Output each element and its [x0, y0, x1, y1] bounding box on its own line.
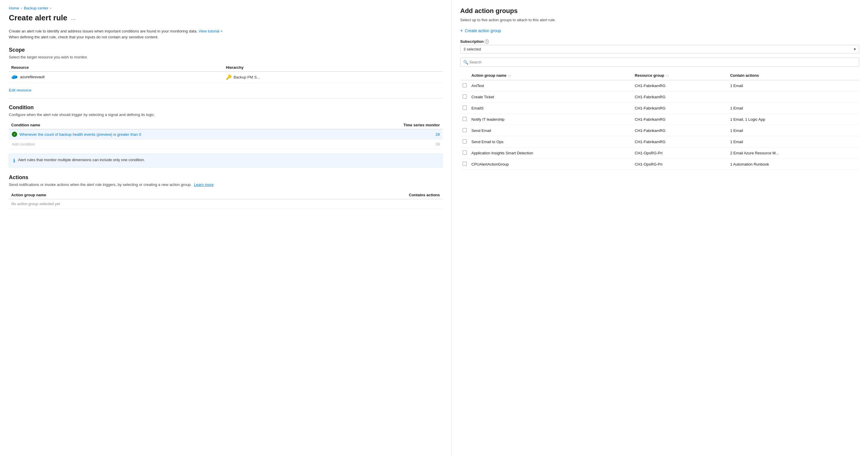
ag-row-actions: 1 Email [728, 125, 859, 136]
ag-row-rg: CH1-FabrikamRG [632, 92, 728, 103]
key-icon: 🔑 [226, 74, 232, 80]
ag-row-name: Create Ticket [469, 92, 632, 103]
breadcrumb-backup-center[interactable]: Backup center [24, 6, 49, 10]
edit-resource-link[interactable]: Edit resource [9, 88, 32, 92]
scope-col-resource: Resource [9, 63, 223, 72]
ag-row-name: Send Email to Ops [469, 136, 632, 148]
page-title: Create alert rule [9, 13, 67, 23]
cloud-icon [11, 74, 18, 79]
check-icon: ✓ [12, 132, 17, 137]
actions-desc: Send notifications or invoke actions whe… [9, 183, 442, 187]
ag-row-name: Application Insights Smart Detection [469, 148, 632, 159]
subscription-select[interactable]: 3 selected ▾ [460, 45, 859, 54]
intro-text: Create an alert rule to identify and add… [9, 28, 442, 40]
actions-empty-row: No action group selected yet [9, 199, 442, 209]
scope-section: Scope Select the target resource you wis… [9, 47, 442, 92]
condition-name-cell: ✓ Whenever the count of backup health ev… [9, 129, 341, 140]
condition-col-ts: Time series monitor [341, 121, 442, 129]
scope-table: Resource Hierarchy azurefilesvault [9, 63, 442, 83]
ag-row-checkbox-cell [460, 148, 469, 159]
ag-row-checkbox-cell [460, 80, 469, 92]
search-icon: 🔍 [463, 60, 468, 65]
ag-row-rg: CH1-OpsRG-Pri [632, 159, 728, 170]
actions-table: Action group name Contains actions No ac… [9, 191, 442, 209]
condition-col-name: Condition name [9, 121, 341, 129]
plus-icon: + [460, 28, 463, 33]
scope-resource-cell: azurefilesvault [9, 72, 223, 83]
breadcrumb-home[interactable]: Home [9, 6, 19, 10]
scope-desc: Select the target resource you wish to m… [9, 55, 442, 59]
subscription-label: Subscription i [460, 39, 859, 44]
ag-table-header-row: Action group name ↑↓ Resource group ↑↓ C… [460, 71, 859, 80]
sort-icon-rg[interactable]: ↑↓ [666, 74, 669, 77]
chevron-down-icon: ▾ [854, 47, 856, 51]
panel-title: Add action groups [460, 7, 859, 15]
ag-header-checkbox [460, 71, 469, 80]
ag-row-checkbox-cell [460, 136, 469, 148]
ag-row-actions: 1 Automation Runbook [728, 159, 859, 170]
ag-checkbox-1[interactable] [463, 94, 467, 99]
ag-checkbox-7[interactable] [463, 162, 467, 166]
ag-row-name: AniTest [469, 80, 632, 92]
ag-checkbox-6[interactable] [463, 151, 467, 155]
create-action-group-button[interactable]: + Create action group [460, 28, 501, 33]
ag-row-rg: CH1-OpsRG-Pri [632, 148, 728, 159]
search-input[interactable] [460, 58, 859, 67]
condition-active-row[interactable]: ✓ Whenever the count of backup health ev… [9, 129, 442, 140]
ag-table-row: Create TicketCH1-FabrikamRG [460, 92, 859, 103]
ag-row-checkbox-cell [460, 125, 469, 136]
ag-row-actions: 1 Email [728, 80, 859, 92]
subscription-info-icon[interactable]: i [485, 39, 489, 44]
left-panel: Home › Backup center › Create alert rule… [0, 0, 452, 456]
info-box-text: Alert rules that monitor multiple dimens… [18, 158, 145, 162]
ag-row-actions [728, 92, 859, 103]
ag-checkbox-2[interactable] [463, 106, 467, 110]
ag-col-name: Action group name ↑↓ [469, 71, 632, 80]
ag-checkbox-3[interactable] [463, 117, 467, 121]
scope-row: azurefilesvault 🔑 Backup PM S... [9, 72, 442, 83]
actions-title: Actions [9, 174, 442, 181]
actions-section: Actions Send notifications or invoke act… [9, 174, 442, 209]
ag-row-name: CPUAlertActionGroup [469, 159, 632, 170]
condition-section: Condition Configure when the alert rule … [9, 104, 442, 167]
resource-name: azurefilesvault [11, 74, 44, 79]
ag-row-checkbox-cell [460, 159, 469, 170]
ag-checkbox-5[interactable] [463, 139, 467, 143]
condition-desc: Configure when the alert rule should tri… [9, 112, 442, 117]
actions-col-name: Action group name [9, 191, 237, 199]
add-condition-row[interactable]: Add condition 28 [9, 140, 442, 149]
ag-row-actions: 1 Email [728, 103, 859, 114]
right-panel: Add action groups Select up to five acti… [452, 0, 868, 456]
ag-table-row: Notify IT leadershipCH1-FabrikamRG1 Emai… [460, 114, 859, 125]
breadcrumb-sep1: › [21, 6, 22, 10]
ag-row-actions: 1 Email [728, 136, 859, 148]
ag-col-rg: Resource group ↑↓ [632, 71, 728, 80]
ag-row-rg: CH1-FabrikamRG [632, 114, 728, 125]
no-action-text: No action group selected yet [9, 199, 442, 209]
learn-more-link[interactable]: Learn more [194, 183, 213, 187]
ag-row-actions: 1 Email, 1 Logic App [728, 114, 859, 125]
ag-table-row: Application Insights Smart DetectionCH1-… [460, 148, 859, 159]
ag-row-rg: CH1-FabrikamRG [632, 125, 728, 136]
page-title-area: Create alert rule ... [9, 13, 442, 23]
search-wrapper: 🔍 [460, 58, 859, 67]
scope-col-hierarchy: Hierarchy [223, 63, 442, 72]
ag-row-checkbox-cell [460, 114, 469, 125]
ag-table-row: Send Email to OpsCH1-FabrikamRG1 Email [460, 136, 859, 148]
add-condition-value: 28 [341, 140, 442, 149]
scope-hierarchy-cell: 🔑 Backup PM S... [223, 72, 442, 83]
ag-col-actions: Contain actions [728, 71, 859, 80]
ag-checkbox-4[interactable] [463, 128, 467, 132]
ag-row-rg: CH1-FabrikamRG [632, 103, 728, 114]
breadcrumb-sep2: › [50, 6, 51, 10]
add-condition-cell: Add condition [9, 140, 341, 149]
ag-checkbox-0[interactable] [463, 83, 467, 87]
ag-table-row: CPUAlertActionGroupCH1-OpsRG-Pri1 Automa… [460, 159, 859, 170]
ag-row-name: Notify IT leadership [469, 114, 632, 125]
condition-info-box: ℹ Alert rules that monitor multiple dime… [9, 154, 442, 167]
view-tutorial-link[interactable]: View tutorial + [198, 29, 223, 33]
sort-icon-name[interactable]: ↑↓ [508, 74, 511, 77]
actions-col-contains: Contains actions [237, 191, 442, 199]
more-options-icon[interactable]: ... [71, 14, 76, 21]
condition-value-cell: 28 [341, 129, 442, 140]
